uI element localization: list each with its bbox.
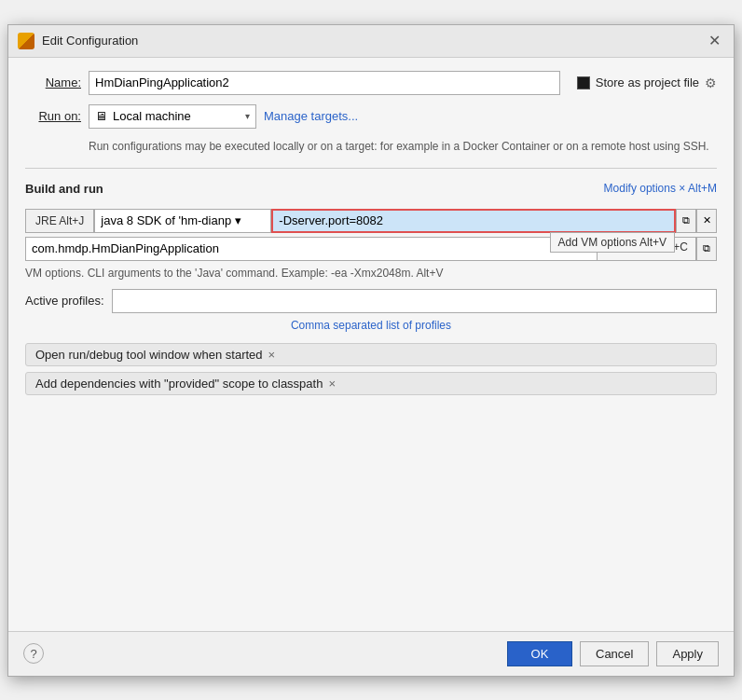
dialog-title: Edit Configuration	[42, 34, 138, 48]
store-checkbox-area: Store as project file ⚙	[577, 75, 717, 90]
run-config-info: Run configurations may be executed local…	[25, 138, 717, 155]
help-button[interactable]: ?	[23, 643, 44, 664]
tag-open-run-debug: Open run/debug tool window when started …	[25, 343, 717, 366]
vm-hint: VM options. CLI arguments to the 'Java' …	[25, 267, 717, 280]
cancel-button[interactable]: Cancel	[580, 641, 649, 666]
vm-options-input[interactable]	[273, 211, 674, 231]
close-button[interactable]: ✕	[705, 32, 724, 50]
name-input[interactable]	[89, 71, 560, 95]
tag-close-1[interactable]: ×	[268, 349, 276, 361]
copy-vm-button[interactable]: ⧉	[676, 209, 696, 233]
build-run-area: JRE Alt+J java 8 SDK of 'hm-dianp ▾ Add …	[25, 209, 717, 395]
close-vm-button[interactable]: ✕	[696, 209, 717, 233]
store-label: Store as project file	[596, 75, 699, 89]
run-on-label: Run on:	[25, 109, 81, 123]
dropdown-arrow-icon: ▾	[245, 111, 250, 121]
active-profiles-input[interactable]	[112, 289, 717, 313]
profiles-hint: Comma separated list of profiles	[25, 319, 717, 332]
tag-label-2: Add dependencies with "provided" scope t…	[35, 377, 323, 391]
section-title: Build and run	[25, 182, 103, 196]
name-row: Name: Store as project file ⚙	[25, 71, 717, 95]
footer-right: OK Cancel Apply	[507, 641, 719, 666]
modify-options-link[interactable]: Modify options × Alt+M	[604, 182, 717, 195]
dialog-body: Name: Store as project file ⚙ Run on: 🖥 …	[8, 58, 734, 631]
tag-row: Open run/debug tool window when started …	[25, 343, 717, 395]
active-profiles-label: Active profiles:	[25, 294, 104, 308]
sdk-dropdown[interactable]: java 8 SDK of 'hm-dianp ▾	[94, 209, 271, 233]
footer-left: ?	[23, 643, 44, 664]
app-icon	[18, 33, 34, 49]
name-label: Name:	[25, 75, 81, 89]
tag-close-2[interactable]: ×	[328, 377, 336, 390]
ok-button[interactable]: OK	[507, 641, 572, 666]
tag-add-dependencies: Add dependencies with "provided" scope t…	[25, 372, 717, 395]
tag-label-1: Open run/debug tool window when started	[35, 348, 263, 362]
store-as-project-checkbox[interactable]	[577, 76, 590, 89]
title-bar-left: Edit Configuration	[18, 33, 138, 49]
vm-options-input-wrapper: Add VM options Alt+V	[271, 209, 676, 233]
title-bar: Edit Configuration ✕	[8, 25, 734, 58]
sdk-dropdown-arrow: ▾	[235, 213, 241, 227]
divider	[25, 168, 717, 169]
jre-button[interactable]: JRE Alt+J	[25, 209, 94, 233]
run-on-value: Local machine	[113, 109, 240, 123]
edit-configuration-dialog: Edit Configuration ✕ Name: Store as proj…	[7, 24, 735, 677]
open-folder-button[interactable]: ⧉	[696, 237, 717, 261]
section-header: Build and run Modify options × Alt+M	[25, 182, 717, 196]
machine-icon: 🖥	[95, 109, 107, 123]
main-class-input[interactable]	[25, 237, 598, 261]
manage-targets-link[interactable]: Manage targets...	[264, 109, 358, 123]
dialog-footer: ? OK Cancel Apply	[8, 631, 734, 676]
sdk-value: java 8 SDK of 'hm-dianp	[101, 213, 231, 227]
jre-vm-row: JRE Alt+J java 8 SDK of 'hm-dianp ▾ Add …	[25, 209, 717, 233]
apply-button[interactable]: Apply	[656, 641, 719, 666]
run-on-dropdown[interactable]: 🖥 Local machine ▾	[89, 104, 256, 129]
add-vm-tooltip: Add VM options Alt+V	[550, 232, 675, 253]
gear-icon[interactable]: ⚙	[705, 75, 717, 90]
active-profiles-row: Active profiles:	[25, 289, 717, 313]
run-on-row: Run on: 🖥 Local machine ▾ Manage targets…	[25, 104, 717, 129]
